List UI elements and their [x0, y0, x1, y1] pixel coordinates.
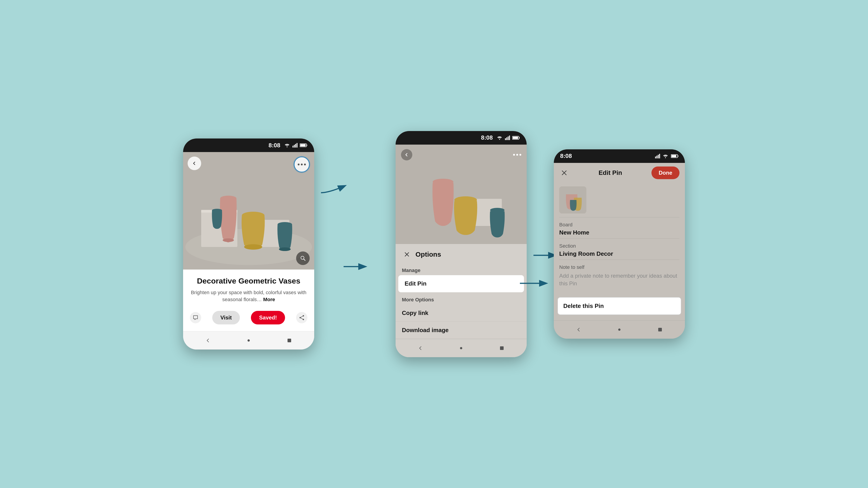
more-options-section-label: More Options [396, 292, 527, 304]
options-header: Options [396, 244, 527, 265]
section-field[interactable]: Section Living Room Decor [554, 238, 685, 260]
arrow1-container [319, 184, 348, 195]
phone3-nav-back-icon[interactable] [574, 325, 583, 334]
edit-pin-option[interactable]: Edit Pin [398, 275, 524, 292]
thumbnail-illustration [559, 186, 586, 214]
phone2-nav-square-icon[interactable] [497, 344, 506, 353]
pin-description: Brighten up your space with bold, colorf… [190, 289, 307, 303]
battery-icon [300, 143, 307, 147]
nav-home-icon[interactable] [244, 336, 253, 345]
nav-back-icon[interactable] [204, 336, 213, 345]
section-value: Living Room Decor [559, 250, 680, 257]
pin-thumbnail [559, 186, 586, 214]
nav-square-icon[interactable] [285, 336, 294, 345]
svg-point-27 [248, 339, 250, 341]
phone1-time: 8:08 [269, 142, 280, 149]
phone3-time: 8:08 [560, 153, 572, 160]
board-value: New Home [559, 229, 680, 236]
phone2-more-dots[interactable] [513, 154, 521, 156]
note-label: Note to self [559, 264, 680, 270]
board-field[interactable]: Board New Home [554, 217, 685, 238]
comment-button[interactable] [190, 312, 201, 323]
svg-rect-51 [655, 157, 656, 158]
note-placeholder: Add a private note to remember your idea… [559, 272, 680, 287]
phone3-nav-home-icon[interactable] [615, 325, 624, 334]
pin-title: Decorative Geometric Vases [190, 276, 307, 286]
phone3-wrapper: 8:08 [554, 149, 685, 339]
svg-rect-58 [671, 155, 676, 157]
svg-rect-63 [658, 328, 662, 331]
phone2-nav-bar [396, 339, 527, 357]
svg-rect-3 [295, 144, 296, 148]
svg-rect-39 [513, 137, 518, 139]
pin-content-area: Decorative Geometric Vases Brighten up y… [183, 269, 314, 331]
svg-rect-36 [509, 135, 510, 140]
options-close-button[interactable] [402, 250, 412, 259]
back-arrow-icon [192, 161, 197, 166]
svg-rect-52 [656, 156, 657, 158]
svg-rect-38 [519, 137, 520, 138]
back-button[interactable] [188, 157, 201, 170]
manage-section-label: Manage [396, 265, 527, 275]
comment-icon [193, 315, 198, 321]
svg-rect-35 [508, 136, 508, 140]
phone2-nav-home-icon[interactable] [457, 344, 466, 353]
phone1-nav-bar [183, 331, 314, 350]
download-image-option[interactable]: Download image [396, 322, 527, 339]
three-dots-icon [298, 164, 306, 165]
svg-point-16 [244, 244, 262, 250]
svg-line-21 [304, 259, 305, 260]
svg-rect-48 [500, 346, 504, 350]
edit-pin-title: Edit Pin [598, 169, 622, 176]
phone2-back-icon [404, 153, 409, 157]
phone2-time: 8:08 [481, 134, 493, 141]
phone2-wifi-icon [496, 135, 503, 140]
phone3-wifi-icon [662, 154, 669, 158]
phone1-status-bar: 8:08 [183, 138, 314, 152]
phone3-signal-icon [655, 154, 660, 158]
delete-pin-button[interactable]: Delete this Pin [557, 297, 681, 315]
section-label: Section [559, 243, 680, 249]
svg-point-24 [303, 319, 304, 320]
arrow1-svg [319, 184, 348, 195]
close-x-icon [404, 252, 410, 257]
board-label: Board [559, 222, 680, 228]
share-icon [299, 315, 305, 321]
edit-close-button[interactable] [559, 168, 569, 178]
done-button[interactable]: Done [651, 166, 680, 179]
phone3: 8:08 [554, 149, 685, 339]
svg-point-14 [223, 238, 234, 242]
share-button[interactable] [296, 312, 307, 323]
note-field[interactable]: Note to self Add a private note to remem… [554, 260, 685, 292]
more-link[interactable]: More [263, 297, 275, 302]
visit-button[interactable]: Visit [212, 311, 240, 324]
phone2-status-icons [496, 135, 520, 140]
svg-rect-6 [307, 144, 307, 146]
phone3-status-icons [655, 154, 679, 158]
svg-rect-54 [659, 154, 660, 158]
saved-button[interactable]: Saved! [251, 311, 285, 324]
phone2-back-button[interactable] [401, 149, 412, 160]
svg-point-55 [665, 157, 666, 158]
vases-illustration [183, 152, 314, 269]
svg-rect-53 [658, 155, 659, 158]
svg-point-47 [460, 347, 462, 349]
svg-point-43 [454, 196, 477, 203]
scene: 8:08 [183, 131, 685, 357]
phone2-nav-back-icon[interactable] [416, 344, 425, 353]
svg-rect-34 [506, 137, 507, 140]
phone2-wrapper: 8:08 [396, 131, 527, 357]
svg-point-18 [279, 248, 291, 251]
svg-point-23 [300, 317, 301, 318]
svg-point-0 [287, 147, 287, 147]
svg-rect-1 [292, 146, 293, 148]
phone3-nav-square-icon[interactable] [655, 325, 664, 334]
edit-pin-header: Edit Pin Done [554, 163, 685, 183]
lens-button[interactable] [296, 252, 310, 265]
svg-rect-28 [287, 339, 291, 342]
pin-actions-row: Visit Saved! [190, 308, 307, 327]
copy-link-option[interactable]: Copy link [396, 304, 527, 322]
wifi-icon [284, 143, 290, 148]
more-options-button[interactable] [294, 157, 310, 172]
phone1-wrapper: 8:08 [183, 138, 314, 349]
